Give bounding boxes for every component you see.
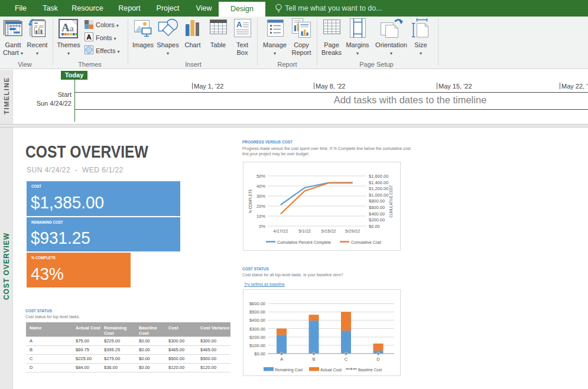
svg-text:10%: 10%: [256, 214, 265, 219]
svg-text:A: A: [87, 34, 92, 41]
svg-text:$300.00: $300.00: [249, 326, 265, 332]
svg-text:B: B: [312, 357, 315, 362]
svg-text:30%: 30%: [256, 194, 265, 199]
svg-text:Cumulative Cost: Cumulative Cost: [351, 240, 382, 245]
svg-text:$800.00: $800.00: [369, 198, 385, 204]
svg-text:$500.00: $500.00: [249, 309, 265, 315]
svg-text:A: A: [236, 20, 242, 29]
svg-text:$0.00: $0.00: [369, 224, 380, 229]
svg-text:$1,400.00: $1,400.00: [369, 180, 388, 185]
svg-text:$1,000.00: $1,000.00: [369, 192, 388, 198]
svg-text:40%: 40%: [256, 184, 265, 189]
svg-text:$200.00: $200.00: [249, 335, 265, 340]
svg-text:20%: 20%: [256, 204, 265, 209]
svg-text:$400.00: $400.00: [249, 318, 265, 323]
svg-text:50%: 50%: [256, 174, 265, 179]
svg-text:A: A: [280, 357, 283, 362]
svg-text:D: D: [376, 357, 380, 362]
svg-text:Cumulative Percent Complete: Cumulative Percent Complete: [277, 240, 331, 245]
svg-text:5/1/22: 5/1/22: [298, 228, 311, 234]
svg-text:0%: 0%: [259, 224, 265, 229]
svg-text:$1,600.00: $1,600.00: [369, 174, 388, 179]
svg-text:A: A: [61, 21, 70, 34]
svg-text:Remaining Cost: Remaining Cost: [275, 367, 303, 372]
svg-text:$400.00: $400.00: [369, 211, 385, 217]
svg-text:5/15/22: 5/15/22: [321, 228, 336, 234]
svg-text:a: a: [70, 24, 74, 33]
svg-text:Baseline Cost: Baseline Cost: [358, 367, 382, 372]
svg-text:5/29/22: 5/29/22: [345, 228, 360, 234]
svg-text:$600.00: $600.00: [249, 301, 265, 306]
svg-text:4/17/22: 4/17/22: [273, 228, 288, 234]
svg-text:$200.00: $200.00: [369, 217, 385, 223]
svg-text:% COMPLETE: % COMPLETE: [248, 189, 252, 213]
svg-text:$100.00: $100.00: [249, 343, 265, 348]
svg-text:$0.00: $0.00: [254, 351, 265, 357]
svg-text:$1,200.00: $1,200.00: [369, 186, 388, 191]
svg-text:$600.00: $600.00: [369, 205, 385, 210]
svg-text:Actual Cost: Actual Cost: [320, 367, 342, 372]
svg-text:C: C: [345, 357, 348, 362]
svg-text:CUMULATIVE COST: CUMULATIVE COST: [389, 185, 393, 218]
